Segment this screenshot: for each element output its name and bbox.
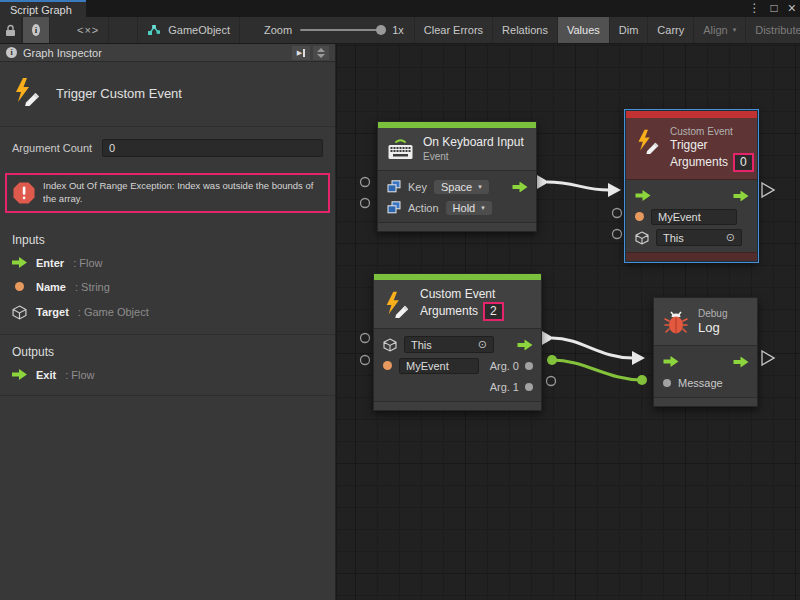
arg1-port-group: Arg. 1 [490,381,533,393]
port-row-exit: Exit : Flow [0,363,335,387]
unit-title-block: Trigger Custom Event [0,62,335,127]
chevron-down-icon: ▾ [733,26,737,34]
port-circle[interactable] [613,209,622,218]
tab-script-graph[interactable]: Script Graph [0,0,86,17]
arguments-line: Arguments 2 [420,302,504,321]
distribute-button[interactable]: Distribute▾ [746,17,800,43]
panel-scroll-buttons[interactable] [313,46,329,60]
flow-continue-icon [762,351,774,365]
cube-icon [635,231,649,245]
values-button[interactable]: Values [558,17,610,43]
node-category: Debug [698,307,727,320]
zoom-slider[interactable] [300,29,384,31]
wire-keyboard-to-trigger[interactable] [537,175,621,197]
argument-count-label: Argument Count [12,142,92,154]
flow-out-port[interactable] [512,181,528,192]
target-field[interactable]: This ⊙ [404,336,494,353]
action-label: Action [408,202,439,214]
arg1-row: Arg. 1 [374,376,541,397]
carry-button[interactable]: Carry [648,17,694,43]
clear-errors-button[interactable]: Clear Errors [414,17,493,43]
dock-panel-icon[interactable]: ▶ [292,46,310,60]
node-on-keyboard-input[interactable]: On Keyboard Input Event Key Space ▾ [377,121,537,232]
maximize-icon[interactable]: □ [771,0,778,17]
argument-count-row: Argument Count [0,127,335,167]
align-button[interactable]: Align▾ [694,17,746,43]
graph-owner[interactable]: GameObject [137,17,240,43]
dim-button[interactable]: Dim [610,17,649,43]
enum-icon [387,201,401,214]
event-name-field[interactable]: MyEvent [651,209,737,225]
error-color-bar [626,111,757,118]
cube-icon [383,338,397,352]
port-row-target: Target : Game Object [0,299,335,326]
inputs-section-heading: Inputs [0,223,335,251]
lock-button[interactable] [0,17,22,43]
port-circle[interactable] [361,356,370,365]
flow-row [654,351,757,372]
port-circle[interactable] [361,334,370,343]
zoom-slider-handle[interactable] [376,25,386,35]
node-debug-log[interactable]: Debug Log Message [653,297,758,407]
message-port[interactable] [663,379,671,387]
custom-event-icon [383,290,411,318]
flow-out-port[interactable] [733,190,749,201]
flow-in-port[interactable] [635,190,651,201]
chevron-down-icon: ▾ [481,204,485,212]
cube-icon [12,305,27,320]
arg0-port[interactable] [525,362,533,370]
relations-button[interactable]: Relations [493,17,558,43]
error-octagon-icon [13,182,35,204]
node-trigger-custom-event[interactable]: Custom Event Trigger Arguments 0 [625,110,758,262]
object-picker-icon[interactable]: ⊙ [726,231,735,244]
event-name-row: MyEvent [626,206,757,227]
scroll-down-icon[interactable] [317,54,325,58]
error-box: Index Out Of Range Exception: Index was … [5,173,330,213]
node-category: Custom Event [670,125,754,138]
inspector-toggle-button[interactable]: i [22,17,50,43]
window-menu-icon[interactable]: ⋮ [749,0,761,17]
key-dropdown[interactable]: Space ▾ [434,180,489,194]
port-circle[interactable] [613,230,622,239]
event-name-field[interactable]: MyEvent [399,358,479,374]
action-dropdown[interactable]: Hold ▾ [446,201,492,215]
port-circle[interactable] [361,178,370,187]
lock-icon [5,24,16,37]
node-title: Trigger [670,138,754,153]
object-picker-icon[interactable]: ⊙ [478,338,487,351]
tab-title: Script Graph [10,4,72,16]
argument-count-input[interactable] [102,139,323,157]
scroll-up-icon[interactable] [317,48,325,52]
code-icon: <×> [77,24,99,36]
graph-canvas[interactable]: On Keyboard Input Event Key Space ▾ [337,44,800,600]
arguments-error-badge: 0 [733,153,754,172]
flow-out-port[interactable] [517,339,533,350]
node-custom-event[interactable]: Custom Event Arguments 2 This ⊙ [373,273,542,411]
inspector-header: i Graph Inspector ▶ [0,44,335,62]
flow-in-port[interactable] [663,356,679,367]
node-title: Custom Event [420,287,504,302]
enum-icon [387,180,401,193]
target-row: This ⊙ [626,227,757,248]
node-subtitle: Event [423,150,524,163]
flow-continue-icon [762,183,774,197]
port-row-name: Name : String [0,275,335,299]
section-divider [0,395,335,396]
outputs-section-heading: Outputs [0,335,335,363]
port-circle-arg1[interactable] [547,377,556,386]
flow-out-port[interactable] [733,356,749,367]
flow-row [626,185,757,206]
custom-event-icon [12,76,42,110]
arg1-port[interactable] [525,383,533,391]
port-circle[interactable] [361,199,370,208]
code-preview-button[interactable]: <×> [68,17,109,43]
script-graph-icon [147,24,161,36]
string-dot-icon [635,212,644,221]
node-title: On Keyboard Input [423,135,524,150]
info-icon: i [6,47,17,58]
close-icon[interactable]: × [788,0,796,17]
graph-inspector-panel: i Graph Inspector ▶ Trigger Custom Event… [0,44,336,600]
target-field[interactable]: This ⊙ [656,229,742,246]
string-dot-icon [15,282,24,291]
gameobject-label: GameObject [168,24,230,36]
